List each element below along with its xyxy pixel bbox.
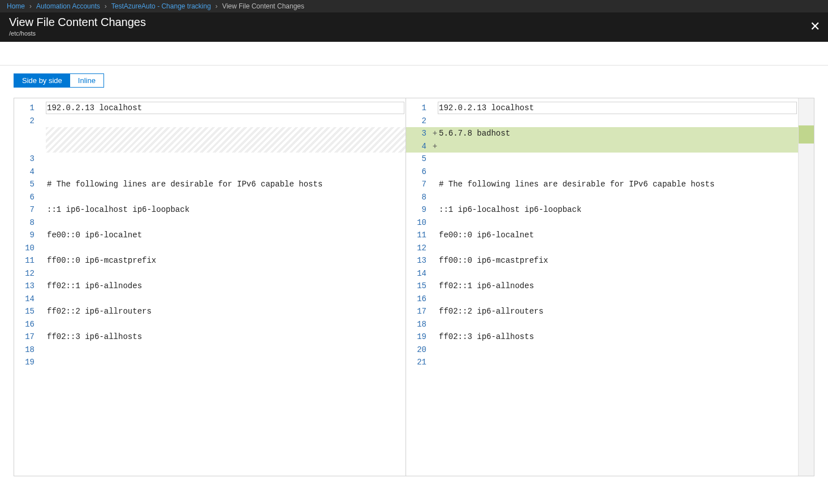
line-number: 7: [406, 180, 432, 189]
code-line: 1+192.0.2.13 localhost: [406, 102, 798, 115]
breadcrumb-home[interactable]: Home: [7, 2, 25, 10]
code-line: 20+: [406, 344, 798, 357]
line-number: 10: [406, 218, 432, 227]
line-number: 6: [14, 193, 40, 202]
view-toggle: Side by side Inline: [14, 73, 104, 88]
page-subtitle: /etc/hosts: [9, 30, 819, 37]
code-line: 10+: [406, 216, 798, 229]
line-number: 21: [406, 358, 432, 367]
diff-pane-original[interactable]: 1+192.0.2.13 localhost2+3+4+5+# The foll…: [14, 98, 406, 476]
line-number: 10: [14, 244, 40, 253]
diff-placeholder-hatched: [46, 127, 406, 153]
code-text: ff00::0 ip6-mcastprefix: [46, 256, 156, 265]
line-number: 19: [406, 332, 432, 341]
line-number: 5: [14, 180, 40, 189]
code-line: 21+: [406, 356, 798, 369]
line-number: 12: [406, 244, 432, 253]
code-line: 9+::1 ip6-localhost ip6-loopback: [406, 203, 798, 216]
line-number: 3: [406, 129, 432, 138]
diff-pane-modified[interactable]: 1+192.0.2.13 localhost2+3+5.6.7.8 badhos…: [406, 98, 798, 476]
diff-sign: +: [432, 142, 438, 151]
code-line: 6+: [14, 191, 406, 204]
code-line: 14+: [14, 293, 406, 306]
code-line: 3+5.6.7.8 badhost: [406, 127, 798, 140]
line-number: 4: [406, 142, 432, 151]
code-text: ff02::1 ip6-allnodes: [438, 281, 534, 290]
code-line: 15+ff02::2 ip6-allrouters: [14, 305, 406, 318]
breadcrumb-change-tracking[interactable]: TestAzureAuto - Change tracking: [111, 2, 211, 10]
line-number: 16: [406, 294, 432, 303]
code-line: 11+fe00::0 ip6-localnet: [406, 229, 798, 242]
code-line: 12+: [14, 267, 406, 280]
line-number: 5: [406, 154, 432, 163]
code-line: 3+: [14, 153, 406, 166]
code-line: 7+::1 ip6-localhost ip6-loopback: [14, 203, 406, 216]
code-line: 5+: [406, 153, 798, 166]
spacer: [0, 42, 828, 66]
code-text: ::1 ip6-localhost ip6-loopback: [46, 205, 189, 214]
code-line: 9+fe00::0 ip6-localnet: [14, 229, 406, 242]
code-line: 18+: [406, 318, 798, 331]
diff-view: 1+192.0.2.13 localhost2+3+4+5+# The foll…: [14, 98, 814, 476]
line-number: 9: [14, 231, 40, 240]
code-line: 12+: [406, 242, 798, 255]
code-line: 19+: [14, 356, 406, 369]
line-number: 8: [406, 193, 432, 202]
code-text: ff02::1 ip6-allnodes: [46, 281, 142, 290]
code-line: 19+ff02::3 ip6-allhosts: [406, 331, 798, 344]
code-line: 16+: [14, 318, 406, 331]
code-line: 7+# The following lines are desirable fo…: [406, 178, 798, 191]
line-number: 11: [406, 231, 432, 240]
code-line: 2+: [406, 115, 798, 128]
code-line: 16+: [406, 293, 798, 306]
minimap-scrollbar[interactable]: [798, 98, 814, 476]
line-number: 2: [14, 116, 40, 125]
line-number: 18: [406, 320, 432, 329]
code-line: 10+: [14, 242, 406, 255]
code-line: 14+: [406, 267, 798, 280]
line-number: 14: [406, 269, 432, 278]
diff-sign: +: [432, 129, 438, 138]
page-title: View File Content Changes: [9, 16, 819, 29]
code-text: # The following lines are desirable for …: [46, 180, 322, 189]
code-line: 4+: [14, 166, 406, 179]
line-number: 12: [14, 269, 40, 278]
code-text: ::1 ip6-localhost ip6-loopback: [438, 205, 581, 214]
code-text: ff02::2 ip6-allrouters: [46, 307, 152, 316]
code-text: fe00::0 ip6-localnet: [438, 231, 534, 240]
code-line: 13+ff00::0 ip6-mcastprefix: [406, 254, 798, 267]
code-line: 15+ff02::1 ip6-allnodes: [406, 280, 798, 293]
code-text: 192.0.2.13 localhost: [46, 103, 142, 112]
breadcrumb-current: View File Content Changes: [222, 2, 304, 10]
line-number: 13: [406, 256, 432, 265]
line-number: 13: [14, 281, 40, 290]
chevron-right-icon: ›: [105, 2, 107, 10]
code-text: fe00::0 ip6-localnet: [46, 231, 142, 240]
code-text: ff00::0 ip6-mcastprefix: [438, 256, 548, 265]
code-text: # The following lines are desirable for …: [438, 180, 714, 189]
line-number: 8: [14, 218, 40, 227]
line-number: 3: [14, 154, 40, 163]
line-number: 14: [14, 294, 40, 303]
code-line: 5+# The following lines are desirable fo…: [14, 178, 406, 191]
code-line: 11+ff00::0 ip6-mcastprefix: [14, 254, 406, 267]
breadcrumb-automation-accounts[interactable]: Automation Accounts: [36, 2, 100, 10]
line-number: 17: [406, 307, 432, 316]
code-text: ff02::2 ip6-allrouters: [438, 307, 544, 316]
toggle-inline[interactable]: Inline: [70, 74, 104, 87]
code-line: 8+: [14, 216, 406, 229]
code-line: 17+ff02::2 ip6-allrouters: [406, 305, 798, 318]
line-number: 15: [14, 307, 40, 316]
toggle-side-by-side[interactable]: Side by side: [14, 74, 70, 87]
view-toolbar: Side by side Inline: [0, 66, 828, 90]
breadcrumb: Home › Automation Accounts › TestAzureAu…: [0, 0, 828, 12]
code-line: 8+: [406, 191, 798, 204]
line-number: 1: [14, 103, 40, 112]
code-text: ff02::3 ip6-allhosts: [46, 332, 142, 341]
line-number: 17: [14, 332, 40, 341]
close-icon[interactable]: ✕: [810, 19, 820, 34]
code-line: 18+: [14, 344, 406, 357]
chevron-right-icon: ›: [29, 2, 32, 10]
line-number: 6: [406, 167, 432, 176]
line-number: 7: [14, 205, 40, 214]
